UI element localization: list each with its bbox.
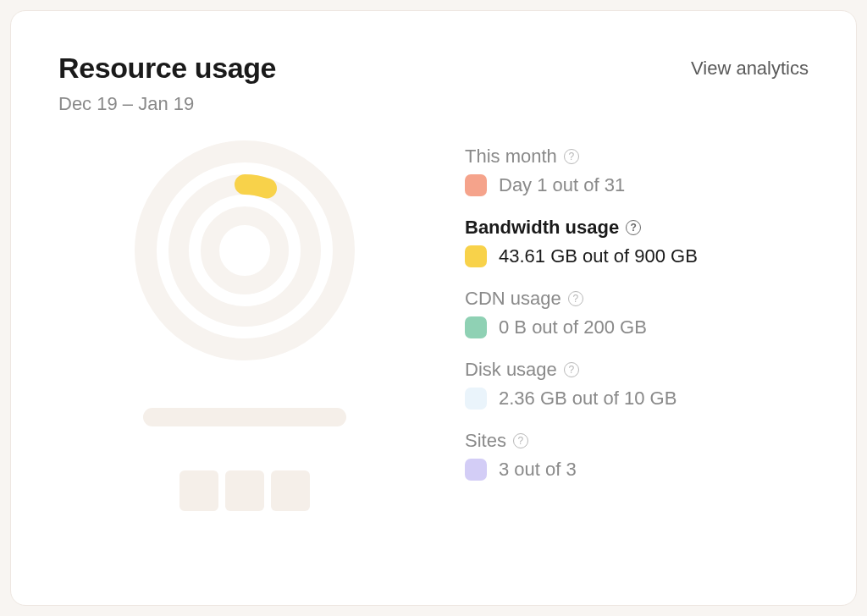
date-range: Dec 19 – Jan 19 (58, 93, 809, 115)
metric-label: Disk usage (465, 359, 557, 381)
metric-disk: Disk usage ? 2.36 GB out of 10 GB (465, 359, 809, 410)
metric-bandwidth: Bandwidth usage ? 43.61 GB out of 900 GB (465, 217, 809, 267)
metric-title-row: Sites ? (465, 430, 809, 452)
block-skeleton (179, 470, 218, 511)
metric-title-row: Disk usage ? (465, 359, 809, 381)
metric-title-row: CDN usage ? (465, 288, 809, 310)
metric-this-month: This month ? Day 1 out of 31 (465, 146, 809, 196)
bandwidth-arc (168, 174, 321, 327)
card-content: This month ? Day 1 out of 31 Bandwidth u… (58, 140, 809, 511)
color-swatch (465, 245, 487, 267)
block-skeleton (225, 470, 264, 511)
view-analytics-link[interactable]: View analytics (691, 58, 809, 80)
metric-label: Bandwidth usage (465, 217, 619, 239)
metric-value-row: 3 out of 3 (465, 459, 809, 481)
help-icon[interactable]: ? (626, 220, 641, 235)
color-swatch (465, 316, 487, 338)
help-icon[interactable]: ? (513, 433, 528, 448)
help-icon[interactable]: ? (568, 291, 583, 306)
metric-cdn: CDN usage ? 0 B out of 200 GB (465, 288, 809, 338)
blocks-skeleton (179, 470, 310, 511)
resource-usage-card: Resource usage View analytics Dec 19 – J… (10, 10, 857, 606)
metric-value: 0 B out of 200 GB (499, 316, 647, 338)
card-title: Resource usage (58, 52, 276, 85)
metric-value-row: 0 B out of 200 GB (465, 316, 809, 338)
color-swatch (465, 388, 487, 410)
color-swatch (465, 174, 487, 196)
metric-value: Day 1 out of 31 (499, 174, 625, 196)
metric-label: This month (465, 146, 557, 168)
metric-label: CDN usage (465, 288, 561, 310)
usage-donut-chart (135, 140, 355, 360)
metrics-list: This month ? Day 1 out of 31 Bandwidth u… (465, 140, 809, 511)
metric-title-row: Bandwidth usage ? (465, 217, 809, 239)
metric-label: Sites (465, 430, 506, 452)
color-swatch (465, 459, 487, 481)
metric-value: 2.36 GB out of 10 GB (499, 388, 676, 410)
metric-value-row: Day 1 out of 31 (465, 174, 809, 196)
metric-value: 3 out of 3 (499, 459, 577, 481)
card-header: Resource usage View analytics (58, 52, 809, 85)
metric-sites: Sites ? 3 out of 3 (465, 430, 809, 481)
metric-value: 43.61 GB out of 900 GB (499, 245, 698, 267)
help-icon[interactable]: ? (564, 149, 579, 164)
bar-skeleton (143, 408, 346, 426)
metric-value-row: 2.36 GB out of 10 GB (465, 388, 809, 410)
metric-value-row: 43.61 GB out of 900 GB (465, 245, 809, 267)
block-skeleton (271, 470, 310, 511)
metric-title-row: This month ? (465, 146, 809, 168)
help-icon[interactable]: ? (564, 362, 579, 377)
chart-column (58, 140, 431, 511)
